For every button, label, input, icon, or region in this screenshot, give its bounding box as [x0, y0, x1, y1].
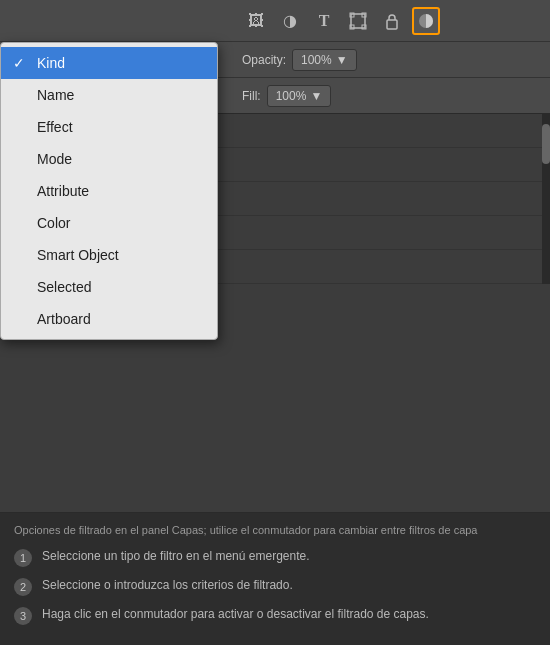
- opacity-arrow-icon: ▼: [336, 53, 348, 67]
- step-text-3: Haga clic en el conmutador para activar …: [42, 606, 429, 623]
- step-text-1: Seleccione un tipo de filtro en el menú …: [42, 548, 310, 565]
- filter-dropdown-menu: Kind Name Effect Mode Attribute Color Sm…: [0, 42, 218, 340]
- step-text-2: Seleccione o introduzca los criterios de…: [42, 577, 293, 594]
- info-title: Opciones de filtrado en el panel Capas; …: [14, 523, 536, 538]
- step-3: 3 Haga clic en el conmutador para activa…: [14, 606, 536, 625]
- step-num-3: 3: [14, 607, 32, 625]
- svg-rect-5: [387, 20, 397, 29]
- menu-item-mode[interactable]: Mode: [1, 143, 217, 175]
- step-2: 2 Seleccione o introduzca los criterios …: [14, 577, 536, 596]
- menu-item-selected[interactable]: Selected: [1, 271, 217, 303]
- svg-rect-0: [351, 14, 365, 28]
- scrollbar-thumb[interactable]: [542, 124, 550, 164]
- menu-item-effect[interactable]: Effect: [1, 111, 217, 143]
- toolbar-row1: 🖼 ◑ T: [0, 0, 550, 42]
- circle-filter-icon[interactable]: [412, 7, 440, 35]
- image-icon[interactable]: 🖼: [242, 7, 270, 35]
- menu-item-name[interactable]: Name: [1, 79, 217, 111]
- step-1: 1 Seleccione un tipo de filtro en el men…: [14, 548, 536, 567]
- menu-item-smart-object[interactable]: Smart Object: [1, 239, 217, 271]
- scrollbar[interactable]: [542, 114, 550, 284]
- fill-arrow-icon: ▼: [310, 89, 322, 103]
- lock-icon[interactable]: [378, 7, 406, 35]
- circle-half-icon[interactable]: ◑: [276, 7, 304, 35]
- opacity-label: Opacity:: [242, 53, 286, 67]
- menu-item-artboard[interactable]: Artboard: [1, 303, 217, 335]
- menu-item-attribute[interactable]: Attribute: [1, 175, 217, 207]
- menu-item-color[interactable]: Color: [1, 207, 217, 239]
- opacity-value[interactable]: 100% ▼: [292, 49, 357, 71]
- fill-label: Fill:: [242, 89, 261, 103]
- step-num-1: 1: [14, 549, 32, 567]
- menu-item-kind[interactable]: Kind: [1, 47, 217, 79]
- step-num-2: 2: [14, 578, 32, 596]
- fill-value[interactable]: 100% ▼: [267, 85, 332, 107]
- text-icon[interactable]: T: [310, 7, 338, 35]
- transform-icon[interactable]: [344, 7, 372, 35]
- info-panel: Opciones de filtrado en el panel Capas; …: [0, 512, 550, 645]
